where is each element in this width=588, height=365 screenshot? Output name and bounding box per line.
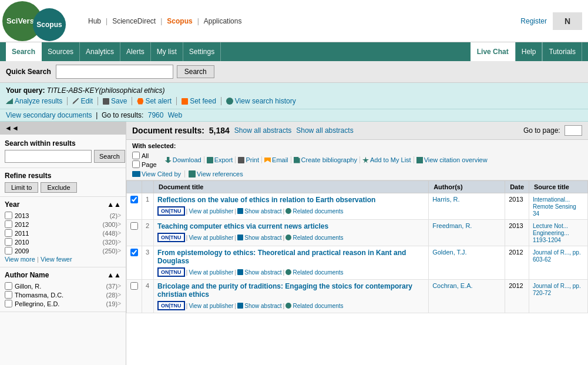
exclude-button[interactable]: Exclude	[41, 182, 76, 193]
limit-to-button[interactable]: Limit to	[5, 182, 38, 193]
add-to-mylist-action[interactable]: Add to My List	[360, 156, 414, 163]
view-cited-by-action[interactable]: View Cited by	[132, 170, 185, 178]
year-arrow[interactable]: >	[117, 212, 121, 219]
result-title-link[interactable]: Bricolage and the purity of traditions: …	[157, 282, 412, 299]
download-action[interactable]: Download	[163, 156, 204, 163]
show-abstracts-link[interactable]: Show all abstracts	[234, 126, 291, 135]
related-docs-link[interactable]: Related documents	[285, 208, 343, 215]
sidebar-collapse-icon[interactable]: ◄◄	[5, 124, 19, 132]
author-link[interactable]: Freedman, R.	[432, 222, 472, 229]
year-checkbox[interactable]	[5, 238, 12, 246]
result-checkbox[interactable]	[130, 222, 138, 230]
author-arrow[interactable]: >	[117, 300, 121, 307]
year-filter-item: 2009(250)>	[5, 246, 121, 255]
analyze-results-link[interactable]: Analyze results	[6, 97, 68, 105]
year-checkbox[interactable]	[5, 247, 12, 255]
view-at-publisher-link[interactable]: View at publisher	[189, 208, 233, 215]
view-more-link[interactable]: View more	[5, 256, 35, 263]
show-abstract-link[interactable]: Show abstract	[237, 303, 281, 309]
result-checkbox[interactable]	[130, 249, 138, 256]
view-references-action[interactable]: View references	[185, 170, 243, 178]
author-link[interactable]: Harris, R.	[432, 196, 459, 203]
source-link[interactable]: Journal of R..., pp. 720-72	[533, 283, 581, 296]
register-link[interactable]: Register	[520, 17, 547, 25]
author-link[interactable]: Golden, T.J.	[432, 249, 467, 256]
year-checkbox[interactable]	[5, 212, 12, 219]
nav-analytics[interactable]: Analytics	[80, 42, 120, 61]
go-to-page-input[interactable]	[565, 125, 582, 136]
year-arrow[interactable]: >	[117, 239, 121, 245]
result-title-cell: Reflections on the value of ethics in re…	[154, 193, 429, 220]
go-to-results-count[interactable]: 7960	[148, 111, 164, 119]
show-abstracts-text[interactable]: Show all abstracts	[296, 126, 353, 135]
all-checkbox[interactable]	[132, 152, 140, 159]
nav-settings[interactable]: Settings	[183, 42, 221, 61]
author-checkbox[interactable]	[5, 300, 12, 307]
sep: |	[234, 234, 236, 241]
nav-alerts[interactable]: Alerts	[120, 42, 151, 61]
hub-link[interactable]: Hub	[88, 17, 101, 25]
help-link[interactable]: Help	[515, 42, 543, 61]
author-checkbox[interactable]	[5, 282, 12, 290]
view-at-publisher-link[interactable]: View at publisher	[189, 235, 233, 241]
show-abstract-link[interactable]: Show abstract	[237, 235, 281, 241]
search-within-input[interactable]	[5, 150, 92, 163]
tutorials-link[interactable]: Tutorials	[542, 42, 582, 61]
create-bibliography-action[interactable]: Create bibliography	[291, 156, 360, 163]
export-action[interactable]: Export	[204, 156, 236, 163]
with-selected-row: All Page Download Export	[132, 152, 582, 168]
print-action[interactable]: Print	[236, 156, 262, 163]
edit-link[interactable]: Edit	[68, 97, 98, 105]
results-tbody: 1 Reflections on the value of ethics in …	[127, 193, 588, 313]
year-arrow[interactable]: >	[117, 230, 121, 236]
nav-sources[interactable]: Sources	[42, 42, 80, 61]
go-to-results-web[interactable]: Web	[168, 111, 182, 119]
year-checkbox[interactable]	[5, 220, 12, 228]
view-search-history-link[interactable]: View search history	[221, 97, 301, 105]
show-abstract-link[interactable]: Show abstract	[237, 208, 281, 215]
year-filter-item: 2013(2)>	[5, 211, 121, 220]
sciencedirect-link[interactable]: ScienceDirect	[112, 17, 156, 25]
set-alert-link[interactable]: Set alert	[132, 97, 177, 105]
set-feed-link[interactable]: Set feed	[177, 97, 221, 105]
result-title-link[interactable]: Reflections on the value of ethics in re…	[157, 196, 375, 204]
page-checkbox-label[interactable]: Page	[132, 160, 157, 168]
view-fewer-link[interactable]: View fewer	[41, 256, 72, 263]
result-title-link[interactable]: From epistemology to ethics: Theoretical…	[157, 249, 406, 265]
year-checkbox[interactable]	[5, 229, 12, 237]
author-arrow[interactable]: >	[117, 283, 121, 289]
search-within-button[interactable]: Search	[94, 150, 125, 163]
scopus-link[interactable]: Scopus	[167, 17, 192, 25]
citation-overview-action[interactable]: View citation overview	[414, 156, 490, 163]
source-link[interactable]: Journal of R..., pp. 603-62	[533, 249, 581, 263]
show-abstract-link[interactable]: Show abstract	[237, 269, 281, 276]
author-arrow[interactable]: >	[117, 292, 121, 298]
live-chat-link[interactable]: Live Chat	[471, 42, 515, 61]
related-docs-link[interactable]: Related documents	[285, 303, 343, 309]
nav-search[interactable]: Search	[6, 42, 42, 61]
view-at-publisher-link[interactable]: View at publisher	[189, 303, 233, 309]
year-filter-header[interactable]: Year ▲▲	[5, 200, 121, 209]
result-title-link[interactable]: Teaching computer ethics via current new…	[157, 222, 328, 230]
related-docs-link[interactable]: Related documents	[285, 235, 343, 241]
secondary-docs-link[interactable]: View secondary documents	[6, 111, 92, 119]
result-checkbox[interactable]	[130, 196, 138, 203]
nav-mylist[interactable]: My list	[151, 42, 183, 61]
quick-search-input[interactable]	[56, 65, 173, 79]
result-checkbox[interactable]	[130, 282, 138, 290]
author-filter-header[interactable]: Author Name ▲▲	[5, 271, 121, 279]
email-action[interactable]: Email	[262, 156, 291, 163]
view-at-publisher-link[interactable]: View at publisher	[189, 269, 233, 276]
all-checkbox-label[interactable]: All	[132, 152, 157, 159]
source-link[interactable]: Lecture Not... Engineering... 1193-1204	[533, 223, 569, 243]
author-checkbox[interactable]	[5, 291, 12, 299]
quick-search-button[interactable]: Search	[177, 65, 214, 78]
year-arrow[interactable]: >	[117, 221, 121, 227]
related-docs-link[interactable]: Related documents	[285, 269, 343, 276]
applications-link[interactable]: Applications	[204, 17, 242, 25]
year-arrow[interactable]: >	[117, 247, 121, 254]
page-checkbox[interactable]	[132, 160, 140, 168]
author-link[interactable]: Cochran, E.A.	[432, 282, 472, 289]
source-link[interactable]: International... Remote Sensing 34	[533, 196, 576, 217]
save-link[interactable]: Save	[98, 97, 132, 105]
